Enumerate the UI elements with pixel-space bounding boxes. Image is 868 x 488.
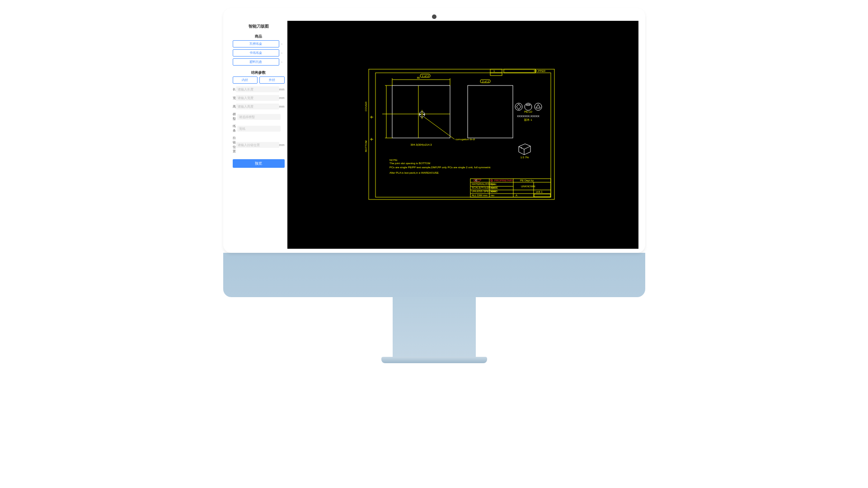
height-field[interactable]	[236, 104, 279, 109]
svg-text:A: A	[516, 194, 517, 197]
svg-text:spec: spec	[491, 186, 497, 189]
svg-text:unit 1: unit 1	[536, 190, 543, 193]
param-label-flute: 楞型	[233, 112, 237, 121]
svg-text:spec: spec	[491, 190, 497, 193]
product-item-corrugated[interactable]: 瓦楞纸盒	[233, 40, 279, 47]
svg-text:rev: rev	[491, 194, 494, 197]
svg-point-31	[423, 114, 424, 115]
param-label-strip: 纸条	[233, 124, 237, 133]
svg-rect-4	[490, 73, 502, 76]
svg-text:UNKNOWN: UNKNOWN	[521, 185, 535, 188]
screen-content: 智能刀版图 商品 瓦楞纸盒 › 卡纸纸盒 › 塑料托盘 › 结构参数 内径 外	[230, 21, 638, 249]
strip-field[interactable]	[237, 126, 281, 132]
param-label-height: 高	[233, 104, 236, 109]
svg-text:PROPRIETARY: PROPRIETARY	[494, 179, 513, 182]
preview-button[interactable]: 预览	[233, 159, 285, 168]
svg-text:ALL DIM mm: ALL DIM mm	[472, 194, 488, 197]
flute-field[interactable]	[237, 114, 281, 120]
svg-text:NOTE:: NOTE:	[389, 159, 398, 161]
svg-text:2 of 2: 2 of 2	[482, 80, 489, 83]
chevron-right-icon: ›	[279, 51, 285, 55]
svg-text:XXXXXXX.XXXXX: XXXXXXX.XXXXX	[517, 115, 540, 118]
param-label-zipper: 拉链位置	[233, 136, 236, 154]
app-title: 智能刀版图	[233, 23, 285, 31]
param-label-width: 宽	[233, 96, 236, 100]
product-item-plastic-tray[interactable]: 塑料托盘	[233, 58, 279, 66]
camera-icon	[432, 14, 436, 19]
svg-text:PE-LD: PE-LD	[524, 110, 532, 113]
monitor-bezel: 智能刀版图 商品 瓦楞纸盒 › 卡纸纸盒 › 塑料托盘 › 结构参数 内径 外	[223, 8, 645, 253]
svg-text:After PLA is last pack,in a WA: After PLA is last pack,in a WAREHOUSE	[389, 171, 439, 174]
unit-mm: mm	[279, 143, 285, 147]
sidebar: 智能刀版图 商品 瓦楞纸盒 › 卡纸纸盒 › 塑料托盘 › 结构参数 内径 外	[230, 21, 287, 249]
svg-point-44	[521, 147, 522, 148]
svg-text:corrugation bi-di: corrugation bi-di	[455, 138, 475, 141]
imac-mockup: 智能刀版图 商品 瓦楞纸盒 › 卡纸纸盒 › 塑料托盘 › 结构参数 内径 外	[223, 8, 645, 363]
svg-text:1:5 7%: 1:5 7%	[520, 156, 529, 159]
svg-point-30	[419, 114, 421, 115]
unit-mm: mm	[279, 96, 285, 99]
zipper-field[interactable]	[236, 142, 279, 148]
params-section-title: 结构参数	[233, 67, 285, 76]
unit-mm: mm	[279, 88, 285, 91]
monitor-stand-neck	[393, 297, 476, 357]
tab-inner-diameter[interactable]: 内径	[233, 76, 258, 84]
svg-text:80: 80	[417, 76, 420, 79]
svg-rect-5	[504, 69, 535, 73]
svg-text:304.3(304)x214.3: 304.3(304)x214.3	[410, 143, 432, 146]
length-field[interactable]	[236, 86, 279, 92]
svg-text:版本 1: 版本 1	[524, 118, 532, 121]
cad-canvas[interactable]: 1 XX.PPER 1 of 2 2 of 2 CO	[287, 21, 638, 249]
chevron-right-icon: ›	[279, 60, 285, 64]
svg-text:COVER: COVER	[365, 101, 367, 111]
svg-text:spec: spec	[491, 183, 497, 185]
svg-text:The joint slot opening is BOTT: The joint slot opening is BOTTOM	[389, 162, 430, 165]
svg-text:PE Dept by: PE Dept by	[520, 179, 534, 182]
width-field[interactable]	[236, 95, 279, 101]
svg-text:PCs are single PE/PP test samp: PCs are single PE/PP test sample,DMF,PP …	[389, 166, 491, 169]
monitor-chin	[223, 253, 645, 297]
product-item-cardboard[interactable]: 卡纸纸盒	[233, 49, 279, 57]
svg-text:⟲: ⟲	[475, 179, 477, 182]
svg-rect-75	[534, 194, 550, 197]
svg-text:1: 1	[493, 70, 495, 72]
svg-rect-37	[468, 85, 513, 138]
unit-mm: mm	[279, 105, 285, 108]
products-section-title: 商品	[233, 31, 285, 40]
monitor-stand-foot	[381, 357, 487, 363]
svg-text:BOTTOM: BOTTOM	[365, 140, 367, 152]
param-label-length: 长	[233, 87, 236, 92]
tab-outer-diameter[interactable]: 外径	[259, 76, 285, 84]
svg-rect-2	[490, 69, 502, 73]
svg-text:1 of 2: 1 of 2	[422, 75, 429, 77]
chevron-right-icon: ›	[279, 42, 285, 46]
